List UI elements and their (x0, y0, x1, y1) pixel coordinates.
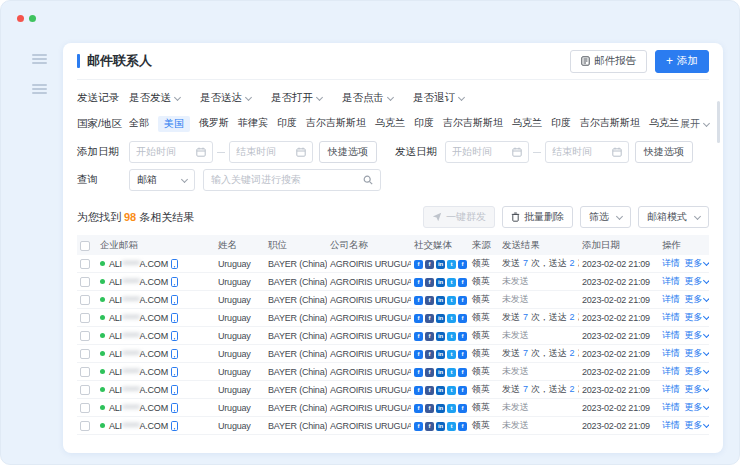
more-link[interactable]: 更多 (685, 347, 709, 360)
facebook-icon[interactable]: f (414, 260, 423, 269)
more-link[interactable]: 更多 (685, 365, 709, 378)
facebook-icon[interactable]: f (414, 368, 423, 377)
phone-icon[interactable] (171, 313, 178, 323)
facebook-icon[interactable]: f (458, 368, 467, 377)
send-record-filter[interactable]: 是否退订 (413, 91, 464, 105)
send-record-filter[interactable]: 是否发送 (129, 91, 180, 105)
country-option[interactable]: 吉尔吉斯斯坦 (306, 116, 366, 132)
facebook-icon[interactable]: f (458, 314, 467, 323)
twitter-icon[interactable]: t (447, 314, 456, 323)
phone-icon[interactable] (171, 403, 178, 413)
facebook-icon[interactable]: f (414, 404, 423, 413)
facebook-icon[interactable]: f (458, 296, 467, 305)
linkedin-icon[interactable]: in (436, 350, 445, 359)
facebook-icon[interactable]: f (414, 350, 423, 359)
sidebar-list-icon[interactable] (32, 84, 47, 94)
facebook-icon[interactable]: f (425, 368, 434, 377)
more-link[interactable]: 更多 (685, 383, 709, 396)
detail-link[interactable]: 详情 (662, 330, 680, 340)
country-option[interactable]: 菲律宾 (238, 116, 268, 132)
row-checkbox[interactable] (80, 295, 90, 305)
send-count-link[interactable]: 2 (570, 384, 575, 394)
row-checkbox[interactable] (80, 331, 90, 341)
add-date-start-input[interactable]: 开始时间 (129, 141, 213, 163)
mail-report-button[interactable]: 邮件报告 (570, 50, 647, 73)
add-button[interactable]: + 添加 (655, 50, 709, 73)
country-option[interactable]: 乌克兰 (512, 116, 542, 132)
send-date-start-input[interactable]: 开始时间 (445, 141, 529, 163)
twitter-icon[interactable]: t (447, 350, 456, 359)
sidebar-menu-icon[interactable] (32, 54, 47, 64)
send-count-link[interactable]: 7 (523, 384, 528, 394)
expand-toggle[interactable]: 展开 (680, 117, 709, 131)
phone-icon[interactable] (171, 421, 178, 431)
query-field-select[interactable]: 邮箱 (129, 169, 195, 191)
detail-link[interactable]: 详情 (662, 294, 680, 304)
facebook-icon[interactable]: f (425, 332, 434, 341)
row-checkbox[interactable] (80, 313, 90, 323)
facebook-icon[interactable]: f (414, 296, 423, 305)
more-link[interactable]: 更多 (685, 329, 709, 342)
facebook-icon[interactable]: f (425, 278, 434, 287)
send-count-link[interactable]: 7 (523, 258, 528, 268)
send-record-filter[interactable]: 是否点击 (342, 91, 393, 105)
detail-link[interactable]: 详情 (662, 312, 680, 322)
row-checkbox[interactable] (80, 367, 90, 377)
send-date-end-input[interactable]: 结束时间 (545, 141, 629, 163)
more-link[interactable]: 更多 (685, 257, 709, 270)
phone-icon[interactable] (171, 385, 178, 395)
facebook-icon[interactable]: f (414, 422, 423, 431)
twitter-icon[interactable]: t (447, 368, 456, 377)
facebook-icon[interactable]: f (425, 260, 434, 269)
mode-button[interactable]: 邮箱模式 (638, 206, 709, 228)
facebook-icon[interactable]: f (425, 296, 434, 305)
row-checkbox[interactable] (80, 403, 90, 413)
send-count-link[interactable]: 2 (570, 312, 575, 322)
send-count-link[interactable]: 2 (570, 348, 575, 358)
linkedin-icon[interactable]: in (436, 386, 445, 395)
detail-link[interactable]: 详情 (662, 366, 680, 376)
phone-icon[interactable] (171, 295, 178, 305)
send-count-link[interactable]: 7 (523, 348, 528, 358)
facebook-icon[interactable]: f (458, 422, 467, 431)
twitter-icon[interactable]: t (447, 296, 456, 305)
facebook-icon[interactable]: f (458, 260, 467, 269)
country-option[interactable]: 全部 (129, 116, 149, 132)
linkedin-icon[interactable]: in (436, 314, 445, 323)
detail-link[interactable]: 详情 (662, 258, 680, 268)
country-option[interactable]: 印度 (551, 116, 571, 132)
facebook-icon[interactable]: f (414, 332, 423, 341)
country-option[interactable]: 美国 (158, 116, 190, 132)
row-checkbox[interactable] (80, 277, 90, 287)
twitter-icon[interactable]: t (447, 332, 456, 341)
facebook-icon[interactable]: f (458, 386, 467, 395)
facebook-icon[interactable]: f (425, 314, 434, 323)
facebook-icon[interactable]: f (414, 386, 423, 395)
row-checkbox[interactable] (80, 259, 90, 269)
facebook-icon[interactable]: f (458, 350, 467, 359)
twitter-icon[interactable]: t (447, 404, 456, 413)
phone-icon[interactable] (171, 367, 178, 377)
phone-icon[interactable] (171, 331, 178, 341)
linkedin-icon[interactable]: in (436, 422, 445, 431)
more-link[interactable]: 更多 (685, 275, 709, 288)
add-date-end-input[interactable]: 结束时间 (229, 141, 313, 163)
send-date-quick-button[interactable]: 快捷选项 (635, 141, 693, 163)
phone-icon[interactable] (171, 259, 178, 269)
send-count-link[interactable]: 2 (570, 258, 575, 268)
facebook-icon[interactable]: f (414, 278, 423, 287)
select-all-checkbox[interactable] (80, 241, 90, 251)
bulk-delete-button[interactable]: 批量删除 (502, 206, 573, 228)
detail-link[interactable]: 详情 (662, 420, 680, 430)
facebook-icon[interactable]: f (458, 332, 467, 341)
country-option[interactable]: 乌克兰 (649, 116, 679, 132)
phone-icon[interactable] (171, 277, 178, 287)
more-link[interactable]: 更多 (685, 311, 709, 324)
country-option[interactable]: 俄罗斯 (199, 116, 229, 132)
phone-icon[interactable] (171, 349, 178, 359)
facebook-icon[interactable]: f (425, 422, 434, 431)
row-checkbox[interactable] (80, 349, 90, 359)
linkedin-icon[interactable]: in (436, 332, 445, 341)
linkedin-icon[interactable]: in (436, 296, 445, 305)
linkedin-icon[interactable]: in (436, 260, 445, 269)
